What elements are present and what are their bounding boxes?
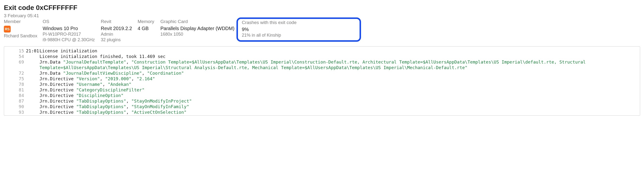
line-number: 15 — [4, 48, 26, 54]
col-memory: Memory 4 GB — [138, 19, 160, 32]
log-line: 1521:01 License initialization — [4, 48, 640, 54]
col-gpu: Graphic Card Parallels Display Adapter (… — [160, 19, 238, 37]
timestamp: 3 February 05:41 — [4, 13, 640, 19]
memory-value: 4 GB — [138, 26, 154, 31]
log-timestamp: 21:01 — [26, 48, 40, 54]
col-revit: Revit Revit 2019.2.2 Admin 32 plugins — [101, 19, 138, 43]
log-line: 69Jrn.Data "JournalDefaultTemplate", "Co… — [4, 59, 640, 70]
log-timestamp — [26, 109, 40, 115]
log-line: 90Jrn.Directive "TabDisplayOptions", "St… — [4, 104, 640, 109]
log-content: Jrn.Directive "Version", "2019.000", "2.… — [40, 76, 640, 82]
avatar: RS — [4, 26, 11, 33]
col-member: Member RS Richard Sandbox — [4, 19, 43, 39]
crashes-pct: 9% — [242, 27, 296, 32]
log-line: 78Jrn.Directive "Username", "Andekan" — [4, 82, 640, 87]
log-timestamp — [26, 104, 40, 109]
log-timestamp — [26, 82, 40, 87]
line-number: 87 — [4, 98, 26, 104]
label-member: Member — [4, 19, 37, 24]
log-content: Jrn.Directive "TabDisplayOptions", "Stay… — [40, 98, 640, 104]
log-content: Jrn.Directive "TabDisplayOptions", "Stay… — [40, 104, 640, 109]
col-os: OS Windows 10 Pro PI-W10PRO-R2017 i9-988… — [43, 19, 101, 43]
label-crashes: Crashes with this exit code — [242, 20, 296, 25]
line-number: 93 — [4, 109, 26, 115]
line-number: 72 — [4, 70, 26, 76]
label-revit: Revit — [101, 19, 132, 24]
line-number: 54 — [4, 54, 26, 59]
details-row: Member RS Richard Sandbox OS Windows 10 … — [4, 19, 640, 43]
log-content: Jrn.Data "JournalDefaultTemplate", "Cons… — [40, 59, 640, 70]
os-cpu: i9-9880H CPU @ 2.30GHz — [43, 37, 95, 43]
log-timestamp — [26, 70, 40, 76]
line-number: 90 — [4, 104, 26, 109]
log-content: License initialization — [40, 48, 640, 54]
member-name: Richard Sandbox — [4, 34, 37, 39]
line-number: 78 — [4, 82, 26, 87]
revit-plugins: 32 plugins — [101, 37, 132, 43]
gpu-value: Parallels Display Adapter (WDDM) — [160, 26, 232, 31]
log-timestamp — [26, 76, 40, 82]
log-timestamp — [26, 87, 40, 93]
log-content: Jrn.Directive "TabDisplayOptions", "Acti… — [40, 109, 640, 115]
log-line: 93Jrn.Directive "TabDisplayOptions", "Ac… — [4, 109, 640, 115]
log-content: License initialization finished, took 11… — [40, 54, 640, 59]
log-viewer[interactable]: 1521:01 License initialization54License … — [4, 46, 640, 116]
line-number: 75 — [4, 76, 26, 82]
page-title: Exit code 0xCFFFFFFF — [4, 4, 640, 12]
log-timestamp — [26, 93, 40, 98]
label-gpu: Graphic Card — [160, 19, 232, 24]
log-timestamp — [26, 59, 40, 70]
line-number: 69 — [4, 59, 26, 70]
log-content: Jrn.Directive "CategoryDisciplineFilter" — [40, 87, 640, 93]
revit-value: Revit 2019.2.2 — [101, 26, 132, 31]
log-line: 54License initialization finished, took … — [4, 54, 640, 59]
log-content: Jrn.Directive "DisciplineOption" — [40, 93, 640, 98]
label-os: OS — [43, 19, 95, 24]
col-crashes: Crashes with this exit code 9% 21% in al… — [238, 19, 300, 40]
log-timestamp — [26, 54, 40, 59]
line-number: 81 — [4, 87, 26, 93]
log-line: 87Jrn.Directive "TabDisplayOptions", "St… — [4, 98, 640, 104]
log-timestamp — [26, 98, 40, 104]
crashes-global: 21% in all of Kinship — [242, 33, 296, 38]
gpu-resolution: 1680x 1050 — [160, 32, 232, 37]
log-line: 75Jrn.Directive "Version", "2019.000", "… — [4, 76, 640, 82]
log-line: 72Jrn.Data "JournalDefaultViewDiscipline… — [4, 70, 640, 76]
log-content: Jrn.Data "JournalDefaultViewDiscipline",… — [40, 70, 640, 76]
os-hostname: PI-W10PRO-R2017 — [43, 32, 95, 37]
label-memory: Memory — [138, 19, 154, 24]
log-line: 81Jrn.Directive "CategoryDisciplineFilte… — [4, 87, 640, 93]
log-line: 84Jrn.Directive "DisciplineOption" — [4, 93, 640, 98]
revit-role: Admin — [101, 32, 132, 37]
log-content: Jrn.Directive "Username", "Andekan" — [40, 82, 640, 87]
os-value: Windows 10 Pro — [43, 26, 95, 31]
line-number: 84 — [4, 93, 26, 98]
